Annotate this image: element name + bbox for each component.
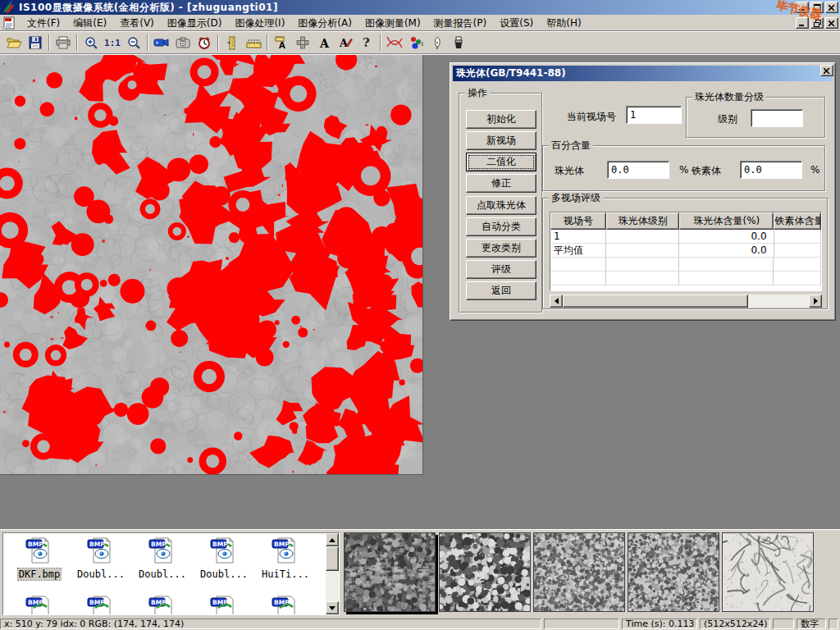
file-item[interactable]: BMP <box>133 595 192 615</box>
scroll-left-button[interactable] <box>550 294 563 308</box>
menu-image-analysis[interactable]: 图像分析(A) <box>291 15 358 31</box>
edit-text-button[interactable]: A <box>335 33 356 52</box>
rating-table[interactable]: 视场号 珠光体级别 珠光体含量(%) 铁素体含量(%) 1 0.0 平均值 0.… <box>550 212 822 291</box>
grading-group: 珠光体数量分级 级别 <box>686 97 825 138</box>
toolbar-separator <box>267 34 268 51</box>
close-button[interactable] <box>825 2 838 13</box>
pearlite-percent-input[interactable] <box>607 161 669 179</box>
file-name[interactable]: Doubl... <box>199 568 249 580</box>
thumbnail-4[interactable] <box>628 532 719 612</box>
dialog-title: 珠光体(GB/T9441-88) <box>456 67 566 79</box>
measure-annotate-button[interactable]: A <box>271 33 292 52</box>
save-button[interactable] <box>25 33 46 52</box>
svg-text:BMP: BMP <box>212 541 228 548</box>
change-class-button[interactable]: 更改类别 <box>466 239 536 258</box>
menu-image-measure[interactable]: 图像测量(M) <box>358 15 427 31</box>
menu-file[interactable]: 文件(F) <box>21 15 66 31</box>
pen-tool-button[interactable] <box>427 33 448 52</box>
pearlite-percent-unit: % <box>679 164 688 176</box>
timer-button[interactable] <box>194 33 215 52</box>
zoom-in-button[interactable] <box>80 33 102 52</box>
file-item[interactable]: BMP Doubl... <box>194 536 253 580</box>
grade-level-input[interactable] <box>751 109 803 127</box>
init-button[interactable]: 初始化 <box>466 110 536 129</box>
child-restore-button[interactable] <box>810 17 824 29</box>
camera-capture-button[interactable] <box>172 33 194 52</box>
menu-measure-report[interactable]: 测量报告(P) <box>427 15 494 31</box>
open-button[interactable] <box>3 33 25 52</box>
grid-tool-button[interactable] <box>292 33 313 52</box>
help-button[interactable]: ? <box>356 33 377 52</box>
dialog-title-bar[interactable]: 珠光体(GB/T9441-88) <box>453 66 833 81</box>
curve-tool-button[interactable] <box>384 33 405 52</box>
menu-edit[interactable]: 编辑(E) <box>66 15 113 31</box>
ferrite-percent-input[interactable] <box>740 161 802 179</box>
toolbar-separator <box>380 34 381 51</box>
file-item[interactable]: BMP DKF.bmp <box>10 536 69 580</box>
menu-help[interactable]: 帮助(H) <box>540 15 587 31</box>
menu-image-display[interactable]: 图像显示(D) <box>161 15 229 31</box>
dialog-close-button[interactable] <box>820 65 833 76</box>
thumbnail-2[interactable] <box>439 532 531 612</box>
child-close-button[interactable] <box>825 17 838 29</box>
svg-text:?: ? <box>363 36 370 49</box>
menu-view[interactable]: 查看(V) <box>113 15 161 31</box>
maximize-button[interactable] <box>810 2 824 13</box>
micrograph-image[interactable] <box>0 55 423 475</box>
pick-pearlite-button[interactable]: 点取珠光体 <box>466 196 536 215</box>
file-item[interactable]: BMP <box>194 595 253 615</box>
print-button[interactable] <box>52 33 74 52</box>
video-capture-button[interactable] <box>151 33 172 52</box>
thumbnail-5[interactable] <box>722 532 814 612</box>
binarize-button[interactable]: 二值化 <box>466 153 536 171</box>
return-button[interactable]: 返回 <box>466 281 536 300</box>
auto-classify-button[interactable]: 自动分类 <box>466 217 536 236</box>
correct-button[interactable]: 修正 <box>466 174 536 193</box>
multifield-group-label: 多视场评级 <box>549 192 603 203</box>
scroll-right-button[interactable] <box>809 294 822 308</box>
document-menu-icon[interactable] <box>2 16 17 30</box>
file-name[interactable]: Doubl... <box>76 568 126 580</box>
arrow-down-icon <box>329 606 336 610</box>
camera-icon <box>176 37 190 48</box>
classify-dots-button[interactable]: 3 <box>405 33 427 52</box>
scrollbar-thumb[interactable] <box>326 546 339 571</box>
col-pearlite-content: 珠光体含量(%) <box>679 212 774 230</box>
scrollbar-thumb[interactable] <box>563 294 748 308</box>
menu-image-processing[interactable]: 图像处理(I) <box>228 15 291 31</box>
menu-settings[interactable]: 设置(S) <box>493 15 540 31</box>
text-tool-button[interactable]: A <box>313 33 335 52</box>
table-row: 平均值 0.0 <box>550 244 821 258</box>
file-item[interactable]: BMP <box>10 595 69 615</box>
table-horizontal-scrollbar[interactable] <box>550 294 822 308</box>
file-item[interactable]: BMP HuiTi... <box>256 536 315 580</box>
zoom-out-button[interactable] <box>123 33 144 52</box>
file-item[interactable]: BMP Doubl... <box>133 536 192 580</box>
file-item[interactable]: BMP <box>256 595 315 615</box>
thumbnail-1[interactable] <box>344 532 436 612</box>
file-name[interactable]: DKF.bmp <box>18 568 62 580</box>
minimize-button[interactable] <box>796 2 809 13</box>
current-field-input[interactable] <box>626 106 682 124</box>
actual-size-button[interactable]: 1:1 <box>102 33 123 52</box>
ruler-measure-button[interactable] <box>243 33 264 52</box>
scroll-up-button[interactable] <box>326 533 339 546</box>
bmp-file-icon: BMP <box>272 595 299 615</box>
child-minimize-button[interactable] <box>796 17 809 29</box>
scroll-down-button[interactable] <box>326 601 339 614</box>
bmp-file-icon: BMP <box>25 536 53 564</box>
brush-tool-button[interactable] <box>448 33 469 52</box>
status-bar: x: 510 y: 79 idx: 0 RGB: (174, 174, 174)… <box>0 618 840 630</box>
file-list[interactable]: BMP DKF.bmp BMP Doubl... BMP Doubl... <box>2 532 340 615</box>
file-item[interactable]: BMP Doubl... <box>71 536 130 580</box>
file-item[interactable]: BMP <box>71 595 130 615</box>
grade-button[interactable]: 评级 <box>466 260 536 279</box>
file-name[interactable]: HuiTi... <box>261 568 310 580</box>
file-name[interactable]: Doubl... <box>138 568 187 580</box>
caliper-measure-button[interactable] <box>221 33 243 52</box>
svg-text:BMP: BMP <box>28 541 43 548</box>
thumbnail-3[interactable] <box>533 532 625 612</box>
operations-group-label: 操作 <box>465 87 490 98</box>
new-field-button[interactable]: 新视场 <box>466 131 536 150</box>
file-list-scrollbar[interactable] <box>326 533 339 614</box>
